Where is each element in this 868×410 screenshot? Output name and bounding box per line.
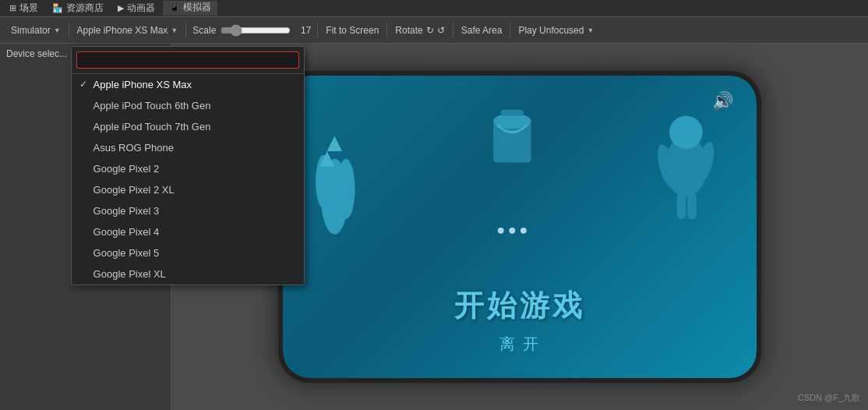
rotate-cw-icon: ↻ — [426, 25, 434, 36]
fit-to-screen-label: Fit to Screen — [326, 25, 379, 36]
device-select-label: Device selec... — [6, 48, 67, 59]
device-arrow-icon: ▼ — [171, 27, 178, 34]
rotate-button[interactable]: Rotate ↻ ↺ — [389, 19, 450, 41]
tab-scene-label: 场景 — [19, 2, 38, 15]
tab-animator[interactable]: ▶ 动画器 — [111, 1, 161, 16]
tab-simulator[interactable]: 📱 模拟器 — [163, 1, 217, 16]
device-dropdown: Apple iPhone XS MaxApple iPod Touch 6th … — [71, 46, 305, 285]
tab-scene[interactable]: ⊞ 场景 — [3, 1, 44, 16]
dropdown-item[interactable]: Google Pixel 4 — [72, 221, 304, 242]
sep3 — [317, 23, 318, 38]
safe-area-button[interactable]: Safe Area — [455, 19, 509, 41]
simulator-arrow-icon: ▼ — [54, 27, 61, 34]
scale-area: Scale 17 — [188, 24, 316, 37]
dropdown-item[interactable]: Asus ROG Phone — [72, 137, 304, 158]
tab-animator-label: 动画器 — [127, 2, 155, 15]
start-game-text: 开始游戏 — [454, 286, 585, 326]
device-search-input[interactable] — [76, 51, 299, 69]
scale-slider[interactable] — [221, 24, 291, 37]
rotate-ccw-icon: ↺ — [437, 25, 445, 36]
sep4 — [386, 23, 387, 38]
rotate-label: Rotate — [395, 25, 422, 36]
dropdown-item[interactable]: Google Pixel 3 — [72, 200, 304, 221]
phone-frame: 🔊 — [278, 71, 761, 383]
game-content: 开始游戏 离 开 — [283, 76, 757, 378]
dropdown-item[interactable]: Google Pixel 2 — [72, 158, 304, 179]
dropdown-item[interactable]: Apple iPod Touch 6th Gen — [72, 95, 304, 116]
play-unfocused-label: Play Unfocused — [518, 25, 584, 36]
tab-bar: ⊞ 场景 🏪 资源商店 ▶ 动画器 📱 模拟器 — [0, 0, 868, 17]
store-icon: 🏪 — [52, 3, 63, 13]
dropdown-item[interactable]: Google Pixel 2 XL — [72, 179, 304, 200]
sep5 — [453, 23, 453, 38]
watermark: CSDN @F_九歌 — [798, 392, 860, 404]
tab-simulator-label: 模拟器 — [183, 1, 211, 14]
play-unfocused-button[interactable]: Play Unfocused ▼ — [512, 19, 600, 41]
dropdown-search-area — [72, 47, 304, 74]
dropdown-item[interactable]: Apple iPhone XS Max — [72, 74, 304, 95]
sep1 — [69, 23, 69, 38]
dropdown-container: Apple iPhone XS MaxApple iPod Touch 6th … — [71, 46, 305, 285]
tab-asset-store[interactable]: 🏪 资源商店 — [46, 1, 110, 16]
dropdown-list: Apple iPhone XS MaxApple iPod Touch 6th … — [72, 74, 304, 285]
dropdown-item[interactable]: Google Pixel 5 — [72, 242, 304, 263]
device-label: Apple iPhone XS Max — [77, 25, 168, 36]
play-unfocused-arrow-icon: ▼ — [587, 27, 594, 34]
dropdown-item[interactable]: Google Pixel XL — [72, 263, 304, 285]
device-selector-button[interactable]: Apple iPhone XS Max ▼ Apple iPhone XS Ma… — [71, 19, 185, 41]
dropdown-item[interactable]: Apple iPod Touch 7th Gen — [72, 116, 304, 137]
simulator-button[interactable]: Simulator ▼ — [5, 19, 67, 41]
simulator-label: Simulator — [11, 25, 51, 36]
fit-to-screen-button[interactable]: Fit to Screen — [319, 19, 385, 41]
safe-area-label: Safe Area — [461, 25, 503, 36]
animator-icon: ▶ — [118, 3, 124, 13]
main-toolbar: Simulator ▼ Apple iPhone XS Max ▼ Apple … — [0, 17, 868, 44]
sep6 — [510, 23, 510, 38]
phone-screen: 🔊 — [283, 76, 757, 378]
leave-text: 离 开 — [499, 334, 540, 355]
scale-label: Scale — [192, 25, 216, 36]
scene-icon: ⊞ — [9, 3, 16, 13]
sep2 — [185, 23, 186, 38]
simulator-icon: 📱 — [169, 2, 180, 12]
scale-value: 17 — [295, 25, 311, 36]
tab-store-label: 资源商店 — [66, 2, 104, 15]
